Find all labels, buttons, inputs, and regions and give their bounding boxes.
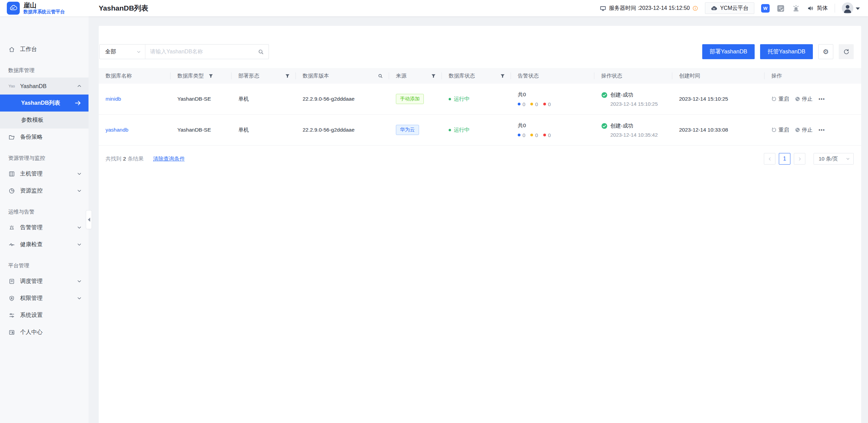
- refresh-button[interactable]: [839, 44, 854, 59]
- deploy-mode-cell: 单机: [231, 126, 296, 134]
- stop-label: 停止: [802, 96, 813, 103]
- main-content: 全部 部署YashanDB 托管YashanDB: [89, 16, 868, 423]
- create-time-cell: 2023-12-14 10:33:08: [672, 127, 765, 133]
- status-dot-icon: [449, 129, 451, 131]
- column-header-db-version: 数据库版本: [296, 68, 389, 84]
- language-label: 简体: [817, 5, 828, 12]
- prev-page-button[interactable]: [764, 153, 775, 165]
- sidebar-group-label: YashanDB: [20, 83, 47, 89]
- toolbar: 全部 部署YashanDB 托管YashanDB: [99, 44, 861, 59]
- restart-label: 重启: [778, 96, 789, 103]
- restart-button[interactable]: 重启: [771, 126, 789, 134]
- word-doc-letter: W: [763, 6, 767, 11]
- sidebar-item-label: 工作台: [20, 46, 37, 53]
- column-label: 数据库类型: [177, 72, 204, 80]
- gear-icon: ⚙: [823, 48, 829, 56]
- column-settings-button[interactable]: ⚙: [818, 44, 833, 59]
- db-name-link[interactable]: minidb: [106, 96, 121, 102]
- info-icon[interactable]: [692, 5, 698, 11]
- restart-button[interactable]: 重启: [771, 96, 789, 103]
- more-actions-button[interactable]: ⋯: [818, 127, 825, 133]
- brand-text: 崖山 数据库系统云管平台: [23, 2, 65, 15]
- chevron-down-icon: [77, 188, 82, 193]
- filter-icon[interactable]: [209, 74, 213, 78]
- word-doc-icon[interactable]: W: [761, 4, 770, 13]
- folder-icon: [8, 134, 15, 140]
- alarm-orange-count: 0: [535, 101, 538, 107]
- filter-icon[interactable]: [285, 74, 290, 78]
- content-card: 全部 部署YashanDB 托管YashanDB: [99, 26, 861, 423]
- sidebar-item-personal-center[interactable]: 个人中心: [0, 324, 89, 341]
- search-input[interactable]: [145, 45, 257, 59]
- sidebar-item-system-settings[interactable]: 系统设置: [0, 307, 89, 324]
- db-status-label: 运行中: [454, 96, 470, 103]
- op-status-time: 2023-12-14 15:10:25: [601, 101, 666, 107]
- chevron-down-icon: [77, 171, 82, 176]
- restart-label: 重启: [778, 126, 789, 134]
- sidebar-item-yashandb-list[interactable]: YashanDB列表: [0, 95, 89, 112]
- alarm-blue-count: 0: [523, 101, 525, 107]
- stop-label: 停止: [802, 126, 813, 134]
- column-label: 操作: [771, 72, 782, 80]
- create-time-cell: 2023-12-14 15:10:25: [672, 96, 765, 102]
- yas-icon: Yas: [8, 84, 15, 88]
- stop-button[interactable]: 停止: [795, 96, 813, 103]
- sidebar-item-alarm-mgmt[interactable]: 告警管理: [0, 219, 89, 236]
- alarm-status-cell: 共0 0 0 0: [511, 122, 594, 138]
- brand-title: 崖山: [23, 2, 65, 9]
- topbar: 崖山 数据库系统云管平台 YashanDB列表 服务器时间 :2023-12-1…: [0, 0, 868, 16]
- siren-icon: [8, 224, 15, 231]
- filter-icon[interactable]: [500, 74, 505, 78]
- sidebar-item-label: 个人中心: [20, 328, 43, 336]
- alarm-orange-dot-icon: [530, 134, 533, 136]
- column-search-icon[interactable]: [378, 73, 383, 79]
- sidebar-collapse-handle[interactable]: [86, 210, 92, 229]
- sidebar-item-health-check[interactable]: 健康检查: [0, 236, 89, 253]
- sidebar-item-label: YashanDB列表: [21, 99, 60, 107]
- sidebar-item-workbench[interactable]: 工作台: [0, 41, 89, 58]
- db-type-cell: YashanDB-SE: [171, 96, 231, 102]
- ycm-platform-button[interactable]: YCM云平台: [705, 2, 754, 14]
- alarm-light-icon[interactable]: [792, 4, 800, 13]
- sidebar-item-host-mgmt[interactable]: 主机管理: [0, 165, 89, 182]
- result-prefix: 共找到: [106, 155, 122, 163]
- stop-button[interactable]: 停止: [795, 126, 813, 134]
- more-actions-button[interactable]: ⋯: [818, 96, 825, 102]
- column-header-db-type: 数据库类型: [171, 68, 231, 84]
- column-label: 部署形态: [238, 72, 259, 80]
- sidebar-item-resource-monitor[interactable]: 资源监控: [0, 182, 89, 199]
- sidebar-item-backup-policy[interactable]: 备份策略: [0, 129, 89, 146]
- id-card-icon: [8, 329, 15, 336]
- column-header-alarm-status: 告警状态: [511, 68, 594, 84]
- db-status: 运行中: [449, 96, 505, 103]
- result-suffix: 条结果: [128, 155, 144, 163]
- alarm-orange-dot-icon: [530, 103, 533, 105]
- language-switcher[interactable]: 简体: [807, 5, 828, 12]
- pulse-icon: [8, 241, 15, 248]
- sidebar-item-param-template[interactable]: 参数模板: [0, 112, 89, 129]
- alarm-counts: 0 0 0: [518, 132, 588, 138]
- notepad-check-icon[interactable]: [776, 4, 785, 13]
- page-number-button[interactable]: 1: [779, 153, 790, 165]
- brand-logo[interactable]: [7, 2, 20, 15]
- sidebar-item-label: 健康检查: [20, 241, 43, 248]
- sidebar-item-perm-mgmt[interactable]: 权限管理: [0, 290, 89, 307]
- manage-yashandb-button[interactable]: 托管YashanDB: [760, 44, 813, 59]
- table-header: 数据库名称 数据库类型 部署形态: [99, 68, 861, 84]
- sidebar-item-schedule-mgmt[interactable]: 调度管理: [0, 273, 89, 290]
- filter-select[interactable]: 全部: [100, 45, 145, 59]
- sidebar-group-yashandb-header[interactable]: Yas YashanDB: [0, 78, 89, 95]
- page-size-select[interactable]: 10 条/页: [814, 153, 854, 165]
- clear-filters-link[interactable]: 清除查询条件: [153, 155, 185, 163]
- pie-chart-icon: [8, 188, 15, 194]
- stop-icon: [795, 127, 800, 133]
- search-icon[interactable]: [257, 49, 269, 55]
- alarm-red-count: 0: [548, 132, 551, 138]
- row-actions: 重启 停止 ⋯: [771, 96, 855, 103]
- next-page-button[interactable]: [794, 153, 805, 165]
- db-name-link[interactable]: yashandb: [106, 127, 128, 133]
- user-menu[interactable]: [842, 2, 860, 14]
- filter-icon[interactable]: [431, 74, 436, 78]
- sidebar-section-ops: 运维与告警: [0, 205, 89, 219]
- deploy-yashandb-button[interactable]: 部署YashanDB: [702, 44, 755, 59]
